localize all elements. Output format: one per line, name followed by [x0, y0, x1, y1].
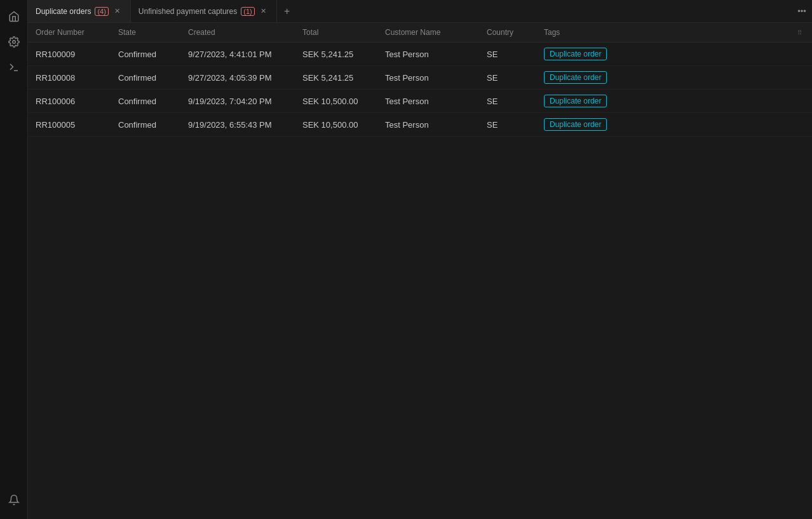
cell-customer-name: Test Person	[377, 113, 479, 137]
col-header-country[interactable]: Country	[479, 23, 536, 43]
tab-unfinished-payments[interactable]: Unfinished payment captures (1) ✕	[131, 0, 277, 22]
cell-created: 9/27/2023, 4:05:39 PM	[180, 66, 295, 90]
tab-unfinished-payments-badge: (1)	[241, 7, 254, 16]
cell-customer-name: Test Person	[377, 43, 479, 66]
tab-duplicate-orders-badge: (4)	[95, 7, 108, 16]
home-icon[interactable]	[3, 5, 25, 28]
table-row[interactable]: RR100008Confirmed9/27/2023, 4:05:39 PMSE…	[28, 66, 812, 90]
main-content: Duplicate orders (4) ✕ Unfinished paymen…	[28, 0, 812, 519]
cell-state: Confirmed	[111, 43, 180, 66]
cell-order-number: RR100009	[28, 43, 111, 66]
cell-total: SEK 10,500.00	[295, 113, 377, 137]
col-header-tags[interactable]: Tags	[536, 23, 787, 43]
tab-add-button[interactable]: +	[277, 0, 297, 22]
tab-duplicate-orders-label: Duplicate orders	[36, 7, 91, 16]
cell-total: SEK 5,241.25	[295, 43, 377, 66]
tab-unfinished-payments-label: Unfinished payment captures	[139, 7, 237, 16]
tab-more-button[interactable]: •••	[792, 0, 812, 22]
col-header-customer-name[interactable]: Customer Name	[377, 23, 479, 43]
cell-tags: Duplicate order	[536, 90, 787, 113]
cell-state: Confirmed	[111, 66, 180, 90]
table-row[interactable]: RR100005Confirmed9/19/2023, 6:55:43 PMSE…	[28, 113, 812, 137]
cell-order-number: RR100006	[28, 90, 111, 113]
tag-badge: Duplicate order	[544, 95, 607, 107]
cell-country: SE	[479, 66, 536, 90]
tab-bar: Duplicate orders (4) ✕ Unfinished paymen…	[28, 0, 812, 23]
row-resize	[787, 66, 812, 90]
col-header-state[interactable]: State	[111, 23, 180, 43]
terminal-icon[interactable]	[3, 56, 25, 79]
settings-icon[interactable]	[3, 30, 25, 53]
col-resize-handle[interactable]: ⠿	[787, 23, 812, 43]
tag-badge: Duplicate order	[544, 118, 607, 131]
tag-badge: Duplicate order	[544, 48, 607, 60]
table-row[interactable]: RR100009Confirmed9/27/2023, 4:41:01 PMSE…	[28, 43, 812, 66]
tab-unfinished-payments-close[interactable]: ✕	[259, 6, 269, 17]
table-area: Order Number State Created Total Custome…	[28, 23, 812, 519]
cell-created: 9/19/2023, 7:04:20 PM	[180, 90, 295, 113]
tab-duplicate-orders[interactable]: Duplicate orders (4) ✕	[28, 0, 131, 22]
bell-icon[interactable]	[3, 489, 25, 511]
cell-total: SEK 5,241.25	[295, 66, 377, 90]
cell-total: SEK 10,500.00	[295, 90, 377, 113]
tag-badge: Duplicate order	[544, 71, 607, 84]
cell-customer-name: Test Person	[377, 90, 479, 113]
cell-order-number: RR100008	[28, 66, 111, 90]
col-header-created[interactable]: Created	[180, 23, 295, 43]
row-resize	[787, 43, 812, 66]
cell-order-number: RR100005	[28, 113, 111, 137]
table-row[interactable]: RR100006Confirmed9/19/2023, 7:04:20 PMSE…	[28, 90, 812, 113]
tab-duplicate-orders-close[interactable]: ✕	[112, 6, 123, 17]
cell-country: SE	[479, 43, 536, 66]
row-resize	[787, 90, 812, 113]
col-header-order-number[interactable]: Order Number	[28, 23, 111, 43]
orders-table: Order Number State Created Total Custome…	[28, 23, 812, 137]
cell-created: 9/19/2023, 6:55:43 PM	[180, 113, 295, 137]
sidebar	[0, 0, 28, 519]
cell-state: Confirmed	[111, 90, 180, 113]
cell-tags: Duplicate order	[536, 66, 787, 90]
cell-country: SE	[479, 90, 536, 113]
cell-customer-name: Test Person	[377, 66, 479, 90]
row-resize	[787, 113, 812, 137]
cell-state: Confirmed	[111, 113, 180, 137]
cell-created: 9/27/2023, 4:41:01 PM	[180, 43, 295, 66]
table-header-row: Order Number State Created Total Custome…	[28, 23, 812, 43]
svg-point-0	[12, 41, 15, 44]
col-header-total[interactable]: Total	[295, 23, 377, 43]
cell-country: SE	[479, 113, 536, 137]
cell-tags: Duplicate order	[536, 113, 787, 137]
cell-tags: Duplicate order	[536, 43, 787, 66]
